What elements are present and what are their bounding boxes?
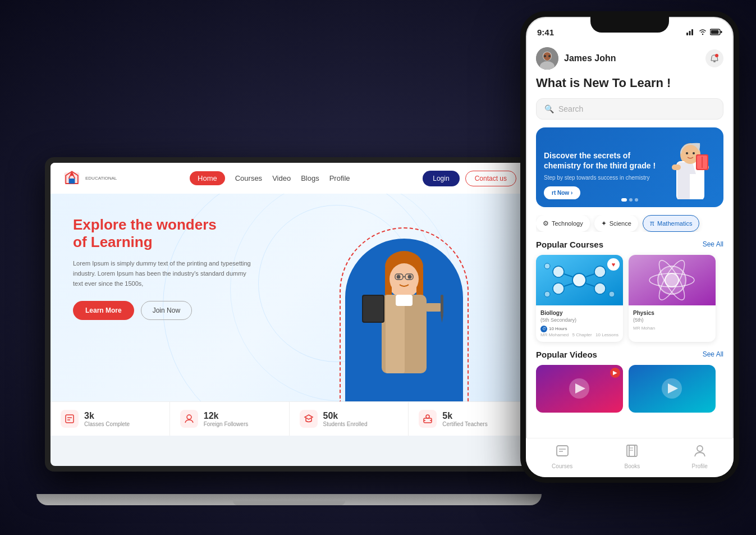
stat-students-label: Students Enrolled bbox=[323, 421, 368, 427]
hero-title: Explore the wonders of Learning bbox=[73, 216, 297, 251]
course-heart-biology[interactable]: ♥ bbox=[607, 258, 620, 271]
books-tab-icon bbox=[625, 443, 639, 461]
banner-cta-button[interactable]: rt Now › bbox=[544, 186, 580, 199]
course-thumb-biology: ♥ bbox=[536, 255, 623, 305]
stats-bar: 3k Classes Complete 12k Foreign Follower… bbox=[51, 401, 528, 436]
svg-point-50 bbox=[693, 152, 695, 154]
svg-marker-21 bbox=[441, 314, 443, 323]
stat-students-number: 50k bbox=[323, 411, 368, 421]
stat-students: 50k Students Enrolled bbox=[290, 402, 409, 436]
svg-rect-36 bbox=[721, 31, 722, 33]
math-icon: π bbox=[650, 220, 654, 227]
svg-point-66 bbox=[544, 263, 550, 269]
stat-teachers-icon bbox=[419, 410, 437, 428]
nav-profile[interactable]: Profile bbox=[329, 174, 350, 182]
videos-section-header: Popular Videos See All bbox=[536, 350, 723, 359]
join-now-button[interactable]: Join Now bbox=[141, 301, 192, 320]
search-bar[interactable]: 🔍 Search bbox=[536, 98, 723, 120]
technology-icon: ⚙ bbox=[543, 220, 549, 227]
video-thumb-1[interactable]: ▶ bbox=[536, 365, 623, 413]
course-meta-row-physics: MR Mohan bbox=[633, 326, 711, 331]
logo-icon bbox=[62, 168, 82, 189]
svg-point-7 bbox=[390, 263, 419, 295]
svg-rect-33 bbox=[691, 29, 693, 35]
courses-icon bbox=[555, 443, 570, 458]
search-placeholder: Search bbox=[558, 104, 583, 113]
profile-icon bbox=[693, 443, 707, 458]
stat-followers: 12k Foreign Followers bbox=[170, 402, 290, 436]
courses-section-title: Popular Courses bbox=[536, 240, 603, 249]
course-meta-row-biology: MR Mohamed 5 Chapter 10 Lessons bbox=[540, 332, 618, 337]
svg-point-9 bbox=[408, 275, 412, 279]
user-info: James John bbox=[536, 47, 616, 70]
category-science-label: Science bbox=[610, 220, 631, 227]
status-time: 9:41 bbox=[537, 28, 554, 37]
tab-books[interactable]: Books bbox=[625, 443, 640, 469]
svg-point-69 bbox=[609, 291, 615, 297]
laptop-base bbox=[36, 494, 542, 505]
svg-rect-51 bbox=[672, 164, 681, 170]
course-card-physics[interactable]: Physics (5th) MR Mohan bbox=[629, 255, 716, 342]
signal-icon bbox=[686, 29, 695, 35]
user-name: James John bbox=[564, 53, 616, 63]
svg-point-8 bbox=[397, 275, 401, 279]
svg-rect-14 bbox=[386, 295, 405, 373]
svg-rect-19 bbox=[424, 303, 443, 312]
hero-teacher-illustration bbox=[326, 211, 483, 401]
course-info-physics: Physics (5th) MR Mohan bbox=[629, 305, 716, 335]
laptop-content: EDUCATIONAL Home Courses Video Blogs Pro… bbox=[51, 163, 528, 466]
categories-row: ⚙ Technology ✦ Science π Mathematics bbox=[536, 215, 723, 232]
nav-courses[interactable]: Courses bbox=[235, 174, 262, 182]
hero-content: Explore the wonders of Learning Lorem Ip… bbox=[73, 216, 297, 320]
laptop-screen: EDUCATIONAL Home Courses Video Blogs Pro… bbox=[45, 157, 533, 472]
banner-subtitle: Step by step towards success in chemistr… bbox=[544, 175, 665, 181]
stat-teachers-content: 5k Certified Teachers bbox=[442, 411, 487, 427]
search-icon: 🔍 bbox=[544, 104, 554, 113]
phone-bottom-nav: Courses Books bbox=[526, 438, 734, 477]
category-technology[interactable]: ⚙ Technology bbox=[536, 215, 590, 232]
tab-profile[interactable]: Profile bbox=[692, 443, 708, 469]
teacher-figure bbox=[348, 233, 460, 401]
category-mathematics-label: Mathematics bbox=[657, 220, 692, 227]
nav-home[interactable]: Home bbox=[190, 171, 225, 185]
profile-tab-icon bbox=[693, 443, 707, 461]
wifi-icon bbox=[698, 29, 707, 35]
phone-header: James John bbox=[536, 47, 723, 70]
svg-rect-18 bbox=[363, 296, 383, 322]
nav-video[interactable]: Video bbox=[272, 174, 291, 182]
courses-tab-label: Courses bbox=[552, 463, 572, 469]
course-lessons-biology: 10 Lessons bbox=[595, 332, 618, 337]
logo-text: EDUCATIONAL bbox=[85, 176, 117, 181]
books-tab-label: Books bbox=[625, 463, 640, 469]
svg-rect-22 bbox=[66, 415, 74, 423]
nav-links: Home Courses Video Blogs Profile bbox=[117, 171, 423, 185]
courses-tab-icon bbox=[555, 443, 570, 461]
courses-see-all[interactable]: See All bbox=[703, 240, 723, 248]
course-card-biology[interactable]: ♥ Biollogy (5th Secondary) ⏱ 10 Hours M bbox=[536, 255, 623, 342]
play-icon-1: ▶ bbox=[610, 368, 620, 378]
physics-thumb-svg bbox=[629, 255, 716, 305]
learn-more-button[interactable]: Learn More bbox=[73, 301, 134, 320]
nav-blogs[interactable]: Blogs bbox=[301, 174, 319, 182]
svg-rect-32 bbox=[689, 31, 691, 35]
clock-icon: ⏱ bbox=[540, 326, 547, 332]
category-mathematics[interactable]: π Mathematics bbox=[643, 215, 700, 232]
course-thumb-physics bbox=[629, 255, 716, 305]
svg-rect-86 bbox=[629, 445, 637, 456]
banner-text: Discover the secrets of chemistry for th… bbox=[544, 150, 665, 199]
stat-students-content: 50k Students Enrolled bbox=[323, 411, 368, 427]
video-thumb-2[interactable] bbox=[629, 365, 716, 413]
svg-rect-82 bbox=[557, 446, 568, 456]
videos-see-all[interactable]: See All bbox=[703, 350, 723, 358]
login-button[interactable]: Login bbox=[423, 171, 459, 186]
dot-2 bbox=[629, 198, 633, 202]
svg-rect-85 bbox=[627, 445, 635, 456]
tab-courses[interactable]: Courses bbox=[552, 443, 572, 469]
category-science[interactable]: ✦ Science bbox=[594, 215, 638, 232]
svg-rect-43 bbox=[713, 61, 716, 62]
hero-description: Lorem Ipsum is simply dummy text of the … bbox=[73, 259, 253, 289]
svg-point-42 bbox=[548, 55, 551, 57]
website-navbar: EDUCATIONAL Home Courses Video Blogs Pro… bbox=[51, 163, 528, 194]
contact-button[interactable]: Contact us bbox=[465, 171, 516, 186]
notification-icon[interactable] bbox=[705, 49, 723, 67]
